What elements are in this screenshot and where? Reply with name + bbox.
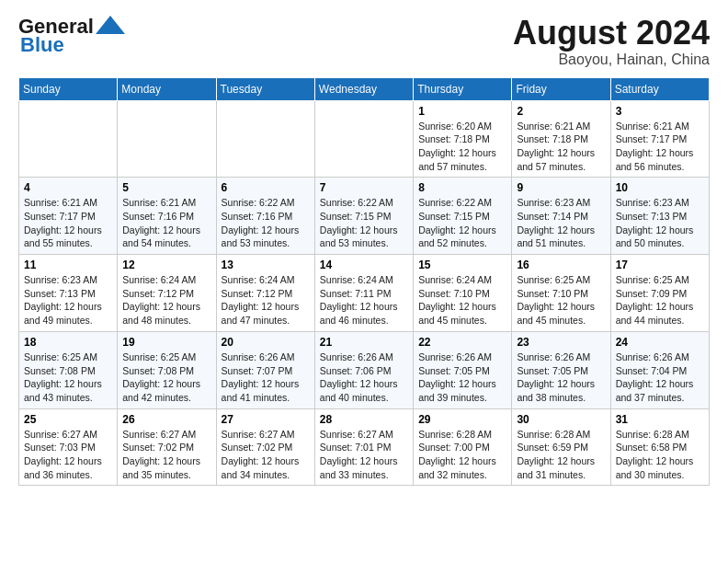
day-number: 28 (320, 413, 408, 426)
day-number: 8 (418, 181, 506, 194)
day-cell: 20Sunrise: 6:26 AMSunset: 7:07 PMDayligh… (216, 331, 314, 408)
page: General Blue August 2024 Baoyou, Hainan,… (0, 0, 728, 495)
day-cell: 31Sunrise: 6:28 AMSunset: 6:58 PMDayligh… (610, 408, 709, 486)
day-cell: 21Sunrise: 6:26 AMSunset: 7:06 PMDayligh… (314, 331, 413, 408)
day-info: Sunrise: 6:24 AMSunset: 7:11 PMDaylight:… (320, 273, 408, 327)
logo-blue: Blue (18, 33, 64, 57)
day-info: Sunrise: 6:24 AMSunset: 7:10 PMDaylight:… (418, 273, 506, 327)
day-info: Sunrise: 6:22 AMSunset: 7:16 PMDaylight:… (222, 196, 310, 250)
weekday-header-row: SundayMondayTuesdayWednesdayThursdayFrid… (19, 77, 710, 100)
day-number: 18 (24, 336, 112, 349)
day-info: Sunrise: 6:23 AMSunset: 7:13 PMDaylight:… (24, 273, 112, 327)
day-cell: 1Sunrise: 6:20 AMSunset: 7:18 PMDaylight… (414, 100, 512, 178)
day-cell: 9Sunrise: 6:23 AMSunset: 7:14 PMDaylight… (512, 178, 610, 255)
day-cell: 22Sunrise: 6:26 AMSunset: 7:05 PMDayligh… (414, 331, 512, 408)
weekday-wednesday: Wednesday (314, 77, 413, 100)
day-cell (19, 100, 118, 178)
day-cell: 25Sunrise: 6:27 AMSunset: 7:03 PMDayligh… (19, 408, 118, 486)
day-cell: 14Sunrise: 6:24 AMSunset: 7:11 PMDayligh… (314, 255, 413, 332)
day-number: 21 (320, 336, 408, 349)
day-cell: 27Sunrise: 6:27 AMSunset: 7:02 PMDayligh… (216, 408, 314, 486)
day-info: Sunrise: 6:25 AMSunset: 7:08 PMDaylight:… (122, 350, 210, 405)
day-info: Sunrise: 6:21 AMSunset: 7:16 PMDaylight:… (122, 196, 210, 250)
day-cell: 30Sunrise: 6:28 AMSunset: 6:59 PMDayligh… (512, 408, 610, 486)
day-info: Sunrise: 6:25 AMSunset: 7:08 PMDaylight:… (24, 350, 112, 405)
day-cell (118, 100, 216, 178)
day-info: Sunrise: 6:25 AMSunset: 7:09 PMDaylight:… (616, 273, 704, 327)
svg-marker-0 (96, 16, 125, 34)
day-info: Sunrise: 6:27 AMSunset: 7:02 PMDaylight:… (222, 428, 310, 482)
day-number: 25 (24, 413, 112, 426)
day-number: 12 (122, 259, 210, 271)
day-number: 15 (418, 259, 506, 271)
day-cell: 3Sunrise: 6:21 AMSunset: 7:17 PMDaylight… (610, 100, 709, 178)
day-number: 6 (222, 181, 310, 194)
day-info: Sunrise: 6:23 AMSunset: 7:13 PMDaylight:… (616, 196, 704, 250)
day-cell: 16Sunrise: 6:25 AMSunset: 7:10 PMDayligh… (512, 255, 610, 332)
day-cell: 2Sunrise: 6:21 AMSunset: 7:18 PMDaylight… (512, 100, 610, 178)
day-number: 13 (222, 259, 310, 271)
calendar: SundayMondayTuesdayWednesdayThursdayFrid… (18, 77, 710, 487)
day-cell: 10Sunrise: 6:23 AMSunset: 7:13 PMDayligh… (610, 178, 709, 255)
day-info: Sunrise: 6:21 AMSunset: 7:17 PMDaylight:… (24, 196, 112, 250)
logo: General Blue (18, 15, 125, 57)
day-cell: 28Sunrise: 6:27 AMSunset: 7:01 PMDayligh… (314, 408, 413, 486)
day-info: Sunrise: 6:21 AMSunset: 7:17 PMDaylight:… (616, 120, 704, 174)
day-number: 22 (418, 336, 506, 349)
day-number: 23 (517, 336, 605, 349)
day-cell: 23Sunrise: 6:26 AMSunset: 7:05 PMDayligh… (512, 331, 610, 408)
day-cell: 6Sunrise: 6:22 AMSunset: 7:16 PMDaylight… (216, 178, 314, 255)
weekday-sunday: Sunday (19, 77, 118, 100)
month-title: August 2024 (513, 15, 710, 52)
day-info: Sunrise: 6:27 AMSunset: 7:02 PMDaylight:… (122, 428, 210, 482)
day-number: 24 (616, 336, 704, 349)
day-number: 10 (616, 181, 704, 194)
day-info: Sunrise: 6:26 AMSunset: 7:07 PMDaylight:… (222, 350, 310, 405)
day-info: Sunrise: 6:26 AMSunset: 7:06 PMDaylight:… (320, 350, 408, 405)
day-info: Sunrise: 6:26 AMSunset: 7:04 PMDaylight:… (616, 350, 704, 405)
day-cell: 11Sunrise: 6:23 AMSunset: 7:13 PMDayligh… (19, 255, 118, 332)
day-cell: 12Sunrise: 6:24 AMSunset: 7:12 PMDayligh… (118, 255, 216, 332)
day-info: Sunrise: 6:20 AMSunset: 7:18 PMDaylight:… (418, 120, 506, 174)
day-cell (216, 100, 314, 178)
logo-icon (96, 16, 125, 34)
day-number: 9 (517, 181, 605, 194)
weekday-monday: Monday (118, 77, 216, 100)
day-number: 30 (517, 413, 605, 426)
day-cell: 7Sunrise: 6:22 AMSunset: 7:15 PMDaylight… (314, 178, 413, 255)
day-info: Sunrise: 6:22 AMSunset: 7:15 PMDaylight:… (418, 196, 506, 250)
day-cell: 15Sunrise: 6:24 AMSunset: 7:10 PMDayligh… (414, 255, 512, 332)
day-number: 2 (517, 105, 605, 118)
weekday-tuesday: Tuesday (216, 77, 314, 100)
day-number: 1 (418, 105, 506, 118)
day-number: 20 (222, 336, 310, 349)
day-cell (314, 100, 413, 178)
day-number: 16 (517, 259, 605, 271)
day-number: 11 (24, 259, 112, 271)
week-row-4: 18Sunrise: 6:25 AMSunset: 7:08 PMDayligh… (19, 331, 710, 408)
day-info: Sunrise: 6:25 AMSunset: 7:10 PMDaylight:… (517, 273, 605, 327)
day-number: 3 (616, 105, 704, 118)
location: Baoyou, Hainan, China (513, 52, 710, 68)
day-info: Sunrise: 6:27 AMSunset: 7:03 PMDaylight:… (24, 428, 112, 482)
day-info: Sunrise: 6:28 AMSunset: 6:59 PMDaylight:… (517, 428, 605, 482)
day-info: Sunrise: 6:28 AMSunset: 7:00 PMDaylight:… (418, 428, 506, 482)
day-info: Sunrise: 6:26 AMSunset: 7:05 PMDaylight:… (418, 350, 506, 405)
week-row-3: 11Sunrise: 6:23 AMSunset: 7:13 PMDayligh… (19, 255, 710, 332)
day-number: 14 (320, 259, 408, 271)
day-number: 4 (24, 181, 112, 194)
week-row-1: 1Sunrise: 6:20 AMSunset: 7:18 PMDaylight… (19, 100, 710, 178)
weekday-saturday: Saturday (610, 77, 709, 100)
day-info: Sunrise: 6:24 AMSunset: 7:12 PMDaylight:… (222, 273, 310, 327)
day-number: 27 (222, 413, 310, 426)
day-number: 5 (122, 181, 210, 194)
day-cell: 8Sunrise: 6:22 AMSunset: 7:15 PMDaylight… (414, 178, 512, 255)
day-info: Sunrise: 6:21 AMSunset: 7:18 PMDaylight:… (517, 120, 605, 174)
day-cell: 18Sunrise: 6:25 AMSunset: 7:08 PMDayligh… (19, 331, 118, 408)
day-cell: 13Sunrise: 6:24 AMSunset: 7:12 PMDayligh… (216, 255, 314, 332)
day-info: Sunrise: 6:24 AMSunset: 7:12 PMDaylight:… (122, 273, 210, 327)
day-cell: 5Sunrise: 6:21 AMSunset: 7:16 PMDaylight… (118, 178, 216, 255)
day-info: Sunrise: 6:22 AMSunset: 7:15 PMDaylight:… (320, 196, 408, 250)
day-info: Sunrise: 6:27 AMSunset: 7:01 PMDaylight:… (320, 428, 408, 482)
day-number: 19 (122, 336, 210, 349)
